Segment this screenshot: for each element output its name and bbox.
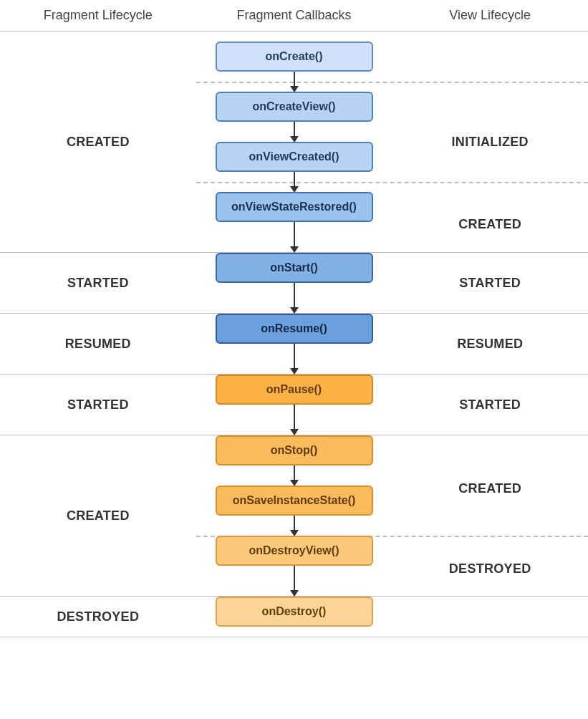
header-view-lifecycle: View Lifecycle bbox=[392, 8, 588, 23]
fragment-state-label: RESUMED bbox=[65, 337, 131, 352]
view-state-cell: CREATEDDESTROYED bbox=[392, 435, 588, 596]
fragment-state-label: CREATED bbox=[67, 135, 130, 150]
fragment-state-label: CREATED bbox=[67, 508, 130, 523]
callback-box: onDestroy() bbox=[216, 597, 373, 627]
fragment-state-label: STARTED bbox=[67, 276, 129, 291]
arrow-down-icon bbox=[294, 122, 295, 142]
lifecycle-row: CREATEDonStop()onSaveInstanceState()onDe… bbox=[0, 435, 588, 597]
arrow-down-icon bbox=[294, 465, 295, 486]
view-state-subcell bbox=[392, 32, 588, 87]
callbacks-cell: onStart() bbox=[196, 253, 392, 313]
fragment-state-cell: CREATED bbox=[0, 435, 196, 596]
view-state-cell bbox=[392, 597, 588, 637]
view-state-label: CREATED bbox=[458, 217, 521, 232]
arrow-down-icon bbox=[294, 72, 295, 92]
arrow-down-icon bbox=[294, 566, 295, 596]
callback-box: onSaveInstanceState() bbox=[216, 486, 373, 516]
view-state-subcell: CREATED bbox=[392, 197, 588, 252]
lifecycle-row: DESTROYEDonDestroy() bbox=[0, 597, 588, 637]
view-state-subcell: DESTROYED bbox=[392, 542, 588, 596]
view-state-label: STARTED bbox=[459, 276, 521, 291]
header-row: Fragment Lifecycle Fragment Callbacks Vi… bbox=[0, 0, 588, 32]
callback-box: onStart() bbox=[216, 253, 373, 283]
view-state-subcell: STARTED bbox=[392, 375, 588, 435]
header-fragment-callbacks: Fragment Callbacks bbox=[196, 8, 392, 23]
view-state-subcell: INITIALIZED bbox=[392, 87, 588, 197]
callbacks-cell: onStop()onSaveInstanceState()onDestroyVi… bbox=[196, 435, 392, 596]
callback-box: onPause() bbox=[216, 375, 373, 405]
callback-box: onCreate() bbox=[216, 42, 373, 72]
lifecycle-diagram: Fragment Lifecycle Fragment Callbacks Vi… bbox=[0, 0, 588, 637]
fragment-state-label: STARTED bbox=[67, 397, 129, 412]
lifecycle-row: RESUMEDonResume()RESUMED bbox=[0, 314, 588, 375]
callback-box: onResume() bbox=[216, 314, 373, 344]
arrow-down-icon bbox=[294, 516, 295, 536]
callback-box: onViewStateRestored() bbox=[216, 192, 373, 222]
fragment-state-label: DESTROYED bbox=[57, 609, 139, 624]
arrow-down-icon bbox=[294, 283, 295, 313]
fragment-state-cell: STARTED bbox=[0, 375, 196, 435]
arrow-down-icon bbox=[294, 405, 295, 435]
callbacks-cell: onDestroy() bbox=[196, 597, 392, 637]
header-fragment-lifecycle: Fragment Lifecycle bbox=[0, 8, 196, 23]
view-state-label: CREATED bbox=[458, 481, 521, 496]
arrow-down-icon bbox=[294, 222, 295, 252]
view-state-label: INITIALIZED bbox=[452, 135, 529, 150]
view-state-cell: STARTED bbox=[392, 375, 588, 435]
view-state-label: RESUMED bbox=[457, 337, 523, 352]
view-state-label: DESTROYED bbox=[449, 561, 531, 576]
fragment-state-cell: STARTED bbox=[0, 253, 196, 313]
callback-box: onDestroyView() bbox=[216, 536, 373, 566]
view-state-cell: STARTED bbox=[392, 253, 588, 313]
arrow-down-icon bbox=[294, 172, 295, 192]
view-state-label: STARTED bbox=[459, 397, 521, 412]
view-state-subcell: RESUMED bbox=[392, 314, 588, 374]
fragment-state-cell: CREATED bbox=[0, 32, 196, 252]
view-state-cell: INITIALIZEDCREATED bbox=[392, 32, 588, 252]
view-state-cell: RESUMED bbox=[392, 314, 588, 374]
view-state-subcell: STARTED bbox=[392, 253, 588, 313]
callbacks-cell: onResume() bbox=[196, 314, 392, 374]
lifecycle-row: STARTEDonPause()STARTED bbox=[0, 375, 588, 435]
arrow-down-icon bbox=[294, 344, 295, 374]
callback-box: onViewCreated() bbox=[216, 142, 373, 172]
fragment-state-cell: RESUMED bbox=[0, 314, 196, 374]
callback-box: onCreateView() bbox=[216, 92, 373, 122]
view-state-subcell: CREATED bbox=[392, 435, 588, 542]
fragment-state-cell: DESTROYED bbox=[0, 597, 196, 637]
view-state-subcell bbox=[392, 597, 588, 637]
lifecycle-row: CREATEDonCreate()onCreateView()onViewCre… bbox=[0, 32, 588, 253]
callbacks-cell: onPause() bbox=[196, 375, 392, 435]
callback-box: onStop() bbox=[216, 435, 373, 465]
callbacks-cell: onCreate()onCreateView()onViewCreated()o… bbox=[196, 32, 392, 252]
lifecycle-row: STARTEDonStart()STARTED bbox=[0, 253, 588, 314]
